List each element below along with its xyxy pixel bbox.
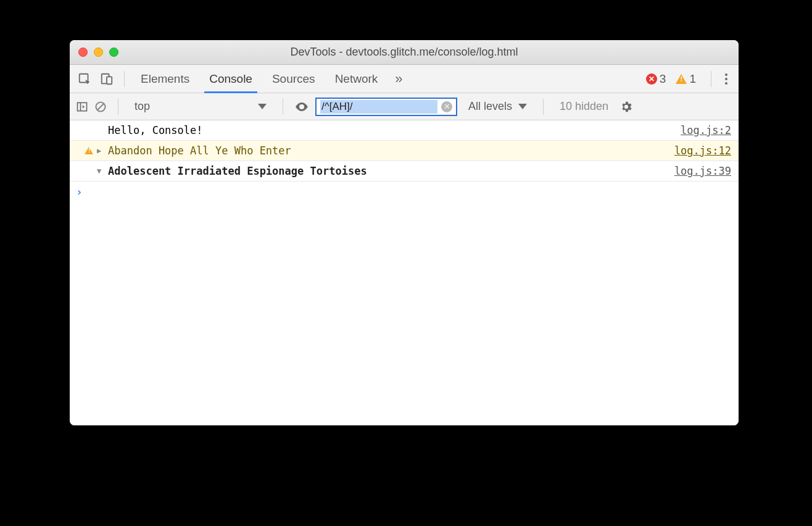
divider — [118, 99, 118, 115]
levels-selector[interactable]: All levels — [463, 99, 532, 114]
row-gutter — [75, 147, 97, 154]
live-expression-eye-icon[interactable] — [294, 99, 309, 114]
settings-gear-icon[interactable] — [619, 100, 633, 114]
divider — [124, 71, 125, 87]
tab-console[interactable]: Console — [201, 65, 261, 93]
more-tabs-chevron-icon[interactable]: » — [389, 69, 408, 89]
console-toolbar: top /^[AH]/ ✕ All levels 10 hidden — [70, 93, 739, 120]
divider — [711, 71, 711, 87]
divider — [543, 99, 544, 115]
tab-label: Elements — [141, 72, 189, 86]
error-icon: ✕ — [646, 73, 657, 85]
levels-value: All levels — [468, 100, 512, 113]
clear-filter-icon[interactable]: ✕ — [441, 101, 452, 112]
chevron-down-icon — [258, 104, 267, 109]
zoom-window-button[interactable] — [109, 48, 118, 57]
close-window-button[interactable] — [78, 48, 88, 57]
console-output: Hello, Console! log.js:2 ▶ Abandon Hope … — [70, 120, 739, 425]
log-source-link[interactable]: log.js:2 — [681, 124, 731, 136]
log-source-link[interactable]: log.js:12 — [674, 144, 731, 157]
tab-label: Console — [209, 72, 252, 86]
warning-icon — [85, 147, 93, 154]
collapse-arrow-icon[interactable]: ▼ — [97, 167, 108, 175]
log-row-warning[interactable]: ▶ Abandon Hope All Ye Who Enter log.js:1… — [70, 141, 739, 161]
traffic-lights — [70, 48, 118, 57]
filter-input[interactable]: /^[AH]/ ✕ — [315, 98, 457, 116]
clear-console-icon[interactable] — [94, 101, 107, 113]
hidden-count[interactable]: 10 hidden — [555, 100, 613, 113]
svg-rect-2 — [107, 77, 112, 84]
warning-icon — [676, 74, 687, 84]
expand-arrow-icon[interactable]: ▶ — [97, 146, 108, 155]
svg-rect-3 — [78, 102, 87, 111]
chevron-down-icon — [518, 104, 527, 109]
console-sidebar-toggle-icon[interactable] — [76, 101, 88, 113]
tab-elements[interactable]: Elements — [132, 65, 198, 93]
console-prompt[interactable]: › — [70, 182, 739, 202]
main-tabs: Elements Console Sources Network » ✕ 3 1 — [70, 65, 739, 93]
divider — [283, 99, 283, 115]
more-options-icon[interactable] — [719, 70, 734, 88]
log-message: Hello, Console! — [108, 124, 681, 136]
tab-label: Sources — [272, 72, 315, 86]
context-selector[interactable]: top — [130, 99, 271, 114]
minimize-window-button[interactable] — [94, 48, 103, 57]
log-row-group[interactable]: ▼ Adolescent Irradiated Espionage Tortoi… — [70, 161, 739, 182]
log-source-link[interactable]: log.js:39 — [674, 165, 731, 177]
tab-network[interactable]: Network — [326, 65, 387, 93]
svg-line-7 — [97, 104, 104, 110]
devtools-window: DevTools - devtools.glitch.me/console/lo… — [70, 40, 739, 425]
warning-count-value: 1 — [689, 72, 696, 86]
filter-value: /^[AH]/ — [320, 100, 437, 114]
log-message: Adolescent Irradiated Espionage Tortoise… — [108, 165, 674, 177]
window-title: DevTools - devtools.glitch.me/console/lo… — [70, 46, 739, 59]
prompt-chevron-icon: › — [76, 185, 83, 198]
warning-count[interactable]: 1 — [676, 72, 696, 86]
context-value: top — [135, 100, 150, 113]
inspect-element-icon[interactable] — [75, 69, 94, 89]
svg-marker-5 — [83, 105, 85, 108]
tab-sources[interactable]: Sources — [263, 65, 324, 93]
log-message: Abandon Hope All Ye Who Enter — [108, 144, 674, 157]
device-toolbar-icon[interactable] — [97, 69, 117, 89]
error-count[interactable]: ✕ 3 — [646, 72, 666, 86]
tab-label: Network — [335, 72, 378, 86]
log-row[interactable]: Hello, Console! log.js:2 — [70, 120, 739, 141]
titlebar: DevTools - devtools.glitch.me/console/lo… — [70, 40, 739, 65]
error-count-value: 3 — [660, 72, 666, 86]
